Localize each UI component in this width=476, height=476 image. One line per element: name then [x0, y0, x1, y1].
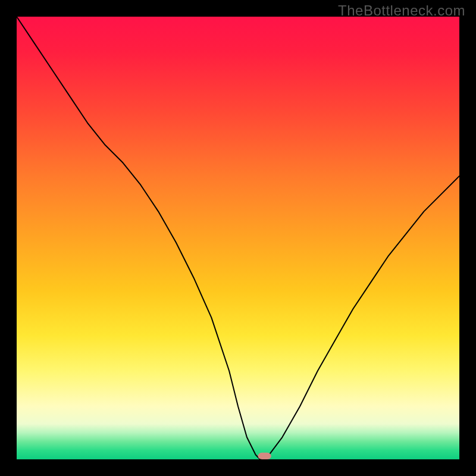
curve-layer	[17, 17, 459, 459]
chart-frame: TheBottleneck.com	[0, 0, 476, 476]
plot-area	[17, 17, 459, 459]
optimum-marker	[258, 453, 271, 459]
bottleneck-curve	[17, 17, 459, 459]
watermark-text: TheBottleneck.com	[338, 2, 465, 19]
